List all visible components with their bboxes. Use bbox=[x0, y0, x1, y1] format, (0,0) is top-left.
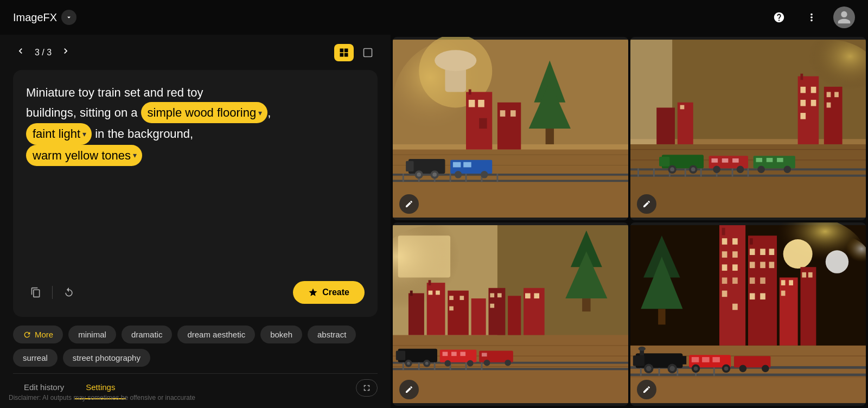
chip-arrow-1: ▾ bbox=[258, 107, 262, 119]
image-cell-3[interactable] bbox=[393, 222, 628, 406]
svg-rect-43 bbox=[630, 139, 866, 218]
style-dramatic-chip[interactable]: dramatic bbox=[122, 326, 173, 343]
prev-arrow-button[interactable] bbox=[13, 43, 28, 61]
svg-point-205 bbox=[646, 366, 652, 371]
svg-rect-120 bbox=[525, 293, 531, 298]
disclaimer: Disclaimer: AI outputs may sometimes be … bbox=[0, 392, 204, 404]
svg-rect-20 bbox=[500, 110, 506, 117]
svg-point-90 bbox=[757, 165, 765, 173]
style-minimal-chip[interactable]: minimal bbox=[68, 326, 116, 343]
svg-point-78 bbox=[670, 167, 674, 171]
svg-rect-19 bbox=[497, 103, 521, 150]
svg-rect-13 bbox=[546, 129, 554, 144]
edit-history-label: Edit history bbox=[24, 382, 64, 392]
style-surreal-chip[interactable]: surreal bbox=[13, 349, 58, 367]
svg-rect-199 bbox=[633, 355, 644, 366]
svg-rect-155 bbox=[658, 309, 666, 324]
svg-rect-50 bbox=[800, 74, 803, 80]
svg-point-217 bbox=[762, 365, 769, 373]
edit-image-4-button[interactable] bbox=[637, 380, 656, 399]
single-view-button[interactable] bbox=[358, 44, 378, 61]
svg-rect-176 bbox=[750, 277, 755, 284]
svg-rect-178 bbox=[750, 293, 755, 299]
user-avatar[interactable] bbox=[833, 7, 855, 28]
app-dropdown-button[interactable] bbox=[61, 10, 76, 25]
svg-rect-117 bbox=[490, 304, 494, 308]
edit-image-1-button[interactable] bbox=[399, 194, 419, 214]
svg-rect-162 bbox=[722, 264, 727, 271]
svg-rect-15 bbox=[469, 90, 471, 95]
svg-point-85 bbox=[737, 165, 744, 173]
divider bbox=[52, 286, 53, 299]
style-dream-aesthetic-chip[interactable]: dream aesthetic bbox=[177, 326, 255, 343]
image-cell-2[interactable] bbox=[630, 37, 866, 220]
more-options-button[interactable] bbox=[801, 7, 822, 28]
svg-rect-88 bbox=[767, 158, 773, 162]
svg-rect-81 bbox=[711, 158, 718, 163]
reset-prompt-button[interactable] bbox=[59, 283, 79, 302]
style-abstract-chip[interactable]: abstract bbox=[308, 326, 356, 343]
svg-rect-60 bbox=[656, 107, 675, 144]
svg-rect-113 bbox=[471, 298, 486, 335]
svg-rect-139 bbox=[451, 352, 457, 356]
nav-counter: 3 / 3 bbox=[35, 48, 52, 58]
help-button[interactable] bbox=[768, 7, 790, 28]
copy-prompt-button[interactable] bbox=[26, 283, 46, 302]
style-street-photography-chip[interactable]: street photography bbox=[63, 349, 150, 367]
svg-rect-158 bbox=[722, 238, 727, 245]
create-label: Create bbox=[322, 288, 349, 297]
svg-rect-169 bbox=[750, 238, 753, 245]
svg-point-216 bbox=[739, 365, 747, 373]
svg-point-206 bbox=[669, 366, 675, 371]
svg-point-142 bbox=[467, 360, 474, 367]
svg-rect-177 bbox=[760, 277, 765, 284]
expand-panel-button[interactable] bbox=[356, 379, 378, 397]
svg-rect-105 bbox=[427, 283, 445, 335]
svg-rect-16 bbox=[469, 100, 475, 107]
image-cell-4[interactable] bbox=[630, 222, 866, 406]
svg-point-214 bbox=[724, 366, 729, 371]
next-arrow-button[interactable] bbox=[58, 43, 73, 61]
left-panel: 3 / 3 Miniatu bbox=[0, 35, 391, 408]
more-styles-chip[interactable]: More bbox=[13, 326, 63, 343]
svg-rect-171 bbox=[760, 248, 765, 255]
svg-rect-174 bbox=[760, 262, 765, 269]
svg-rect-75 bbox=[698, 158, 703, 165]
app-title: ImageFX bbox=[13, 11, 57, 24]
main-content: 3 / 3 Miniatu bbox=[0, 35, 868, 408]
svg-rect-38 bbox=[453, 162, 461, 168]
svg-rect-55 bbox=[800, 113, 806, 119]
svg-rect-173 bbox=[750, 262, 755, 269]
style-bokeh-chip[interactable]: bokeh bbox=[260, 326, 302, 343]
svg-rect-53 bbox=[800, 100, 806, 106]
svg-rect-210 bbox=[712, 357, 720, 362]
grid-view-button[interactable] bbox=[334, 44, 354, 61]
image-cell-1[interactable] bbox=[393, 37, 628, 220]
svg-rect-200 bbox=[680, 356, 687, 364]
settings-label: Settings bbox=[86, 382, 115, 392]
svg-rect-82 bbox=[722, 158, 729, 163]
svg-rect-52 bbox=[811, 87, 816, 93]
svg-point-84 bbox=[713, 165, 720, 173]
svg-rect-115 bbox=[490, 293, 494, 297]
svg-point-36 bbox=[432, 173, 437, 177]
svg-rect-118 bbox=[508, 296, 521, 335]
image-grid bbox=[391, 35, 868, 408]
svg-rect-62 bbox=[680, 105, 685, 110]
chip-wood-flooring[interactable]: simple wood flooring ▾ bbox=[141, 102, 268, 123]
svg-rect-161 bbox=[732, 251, 738, 258]
svg-rect-179 bbox=[760, 293, 765, 299]
create-button[interactable]: Create bbox=[293, 281, 365, 304]
chip-warm-yellow[interactable]: warm yellow tones ▾ bbox=[26, 145, 142, 166]
edit-image-2-button[interactable] bbox=[637, 194, 656, 214]
svg-rect-31 bbox=[409, 159, 445, 174]
chip-faint-light[interactable]: faint light ▾ bbox=[26, 123, 92, 144]
svg-point-135 bbox=[407, 362, 410, 365]
svg-rect-132 bbox=[396, 351, 405, 360]
svg-point-145 bbox=[484, 360, 490, 366]
svg-point-40 bbox=[455, 171, 462, 178]
svg-point-136 bbox=[425, 362, 429, 365]
svg-point-91 bbox=[784, 165, 792, 173]
prompt-area: Miniature toy train set and red toy buil… bbox=[13, 70, 378, 317]
edit-image-3-button[interactable] bbox=[399, 380, 419, 399]
